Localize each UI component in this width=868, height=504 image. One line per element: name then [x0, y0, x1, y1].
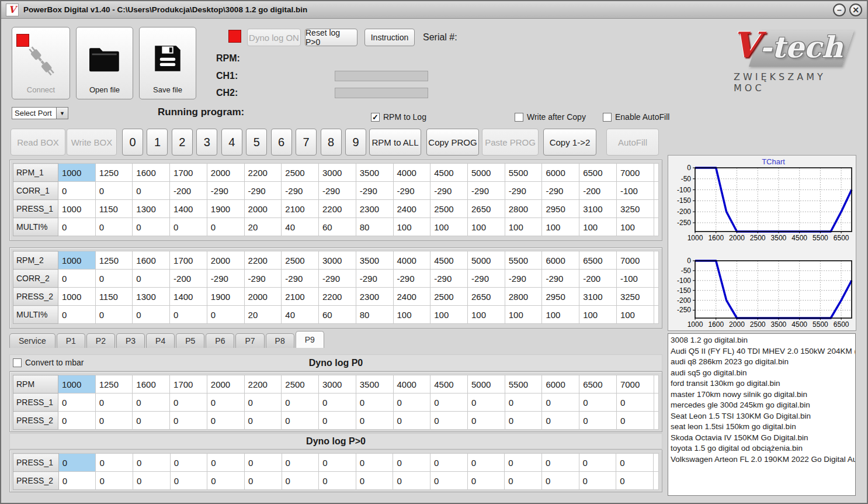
grid-cell[interactable]: 3000	[319, 251, 356, 270]
grid-cell[interactable]: 6000	[542, 251, 579, 270]
checkbox-box[interactable]	[603, 113, 612, 122]
grid-cell[interactable]: -290	[207, 182, 244, 200]
grid-cell[interactable]: 0	[58, 412, 95, 430]
file-list-item[interactable]: toyota 1.5 go digital od obciążenia.bin	[671, 443, 855, 454]
grid-cell[interactable]: -290	[282, 270, 319, 288]
grid-cell[interactable]: 0	[467, 454, 505, 472]
grid-cell[interactable]: 2200	[244, 251, 282, 270]
grid-cell[interactable]: 3500	[356, 251, 393, 270]
grid-cell[interactable]: 1600	[133, 164, 170, 182]
grid-cell[interactable]: 0	[58, 218, 95, 236]
grid-cell[interactable]: 2950	[542, 288, 579, 306]
grid-cell[interactable]: 0	[207, 412, 244, 430]
grid-cell[interactable]: 100	[393, 218, 430, 236]
program-button-3[interactable]: 3	[196, 129, 217, 156]
grid-cell[interactable]: 6000	[542, 375, 579, 393]
grid-cell[interactable]: 0	[244, 472, 282, 490]
grid-cell[interactable]: 2500	[282, 164, 319, 182]
title-bar[interactable]: V PowerBox Digital v1.40 - C:\Users\Prod…	[1, 1, 867, 19]
grid-cell[interactable]: -100	[616, 182, 654, 200]
grid-cell[interactable]: 1400	[170, 200, 207, 218]
grid-cell[interactable]: -290	[393, 270, 430, 288]
checkbox-box[interactable]	[515, 113, 523, 122]
grid-cell[interactable]: 20	[244, 218, 282, 236]
grid-cell[interactable]: 0	[356, 472, 393, 490]
grid-cell[interactable]: 7000	[616, 164, 654, 182]
save-file-button[interactable]: Save file	[139, 27, 196, 99]
grid-cell[interactable]: -290	[542, 270, 579, 288]
checkbox-box[interactable]: ✓	[371, 113, 380, 122]
grid-cell[interactable]: 1300	[133, 288, 170, 306]
grid-cell[interactable]: 0	[58, 270, 95, 288]
grid-cell[interactable]: 60	[319, 218, 356, 236]
grid-cell[interactable]: -200	[170, 270, 207, 288]
grid-cell[interactable]: 0	[356, 454, 393, 472]
grid-cell[interactable]: 2800	[505, 288, 542, 306]
grid-cell[interactable]: 2200	[319, 200, 356, 218]
open-file-button[interactable]: Open file	[76, 27, 133, 99]
grid-cell[interactable]: 5000	[467, 251, 505, 270]
grid-cell[interactable]: 2000	[207, 375, 244, 393]
grid-cell[interactable]: 0	[133, 393, 170, 412]
grid-cell[interactable]: 2300	[356, 200, 393, 218]
grid-cell[interactable]: -290	[542, 182, 579, 200]
grid-cell[interactable]: -290	[393, 182, 430, 200]
grid-cell[interactable]: 4500	[430, 375, 468, 393]
grid-cell[interactable]: 0	[207, 306, 244, 324]
grid-cell[interactable]: -290	[356, 182, 393, 200]
grid-cell[interactable]: 2650	[467, 288, 505, 306]
reset-log-button[interactable]: Reset log P>0	[305, 29, 357, 46]
grid-cell[interactable]: 0	[244, 412, 282, 430]
grid-cell[interactable]: 1250	[95, 164, 133, 182]
grid-cell[interactable]: 2000	[244, 200, 282, 218]
grid-cell[interactable]: 2500	[430, 288, 468, 306]
grid-cell[interactable]: 0	[319, 412, 356, 430]
convert-to-mbar-checkbox[interactable]: Convert to mbar	[13, 358, 84, 367]
grid-cell[interactable]: 0	[505, 472, 542, 490]
grid-cell[interactable]: 0	[133, 306, 170, 324]
write-after-copy-checkbox[interactable]: Write after Copy	[515, 112, 586, 122]
grid-cell[interactable]: 0	[58, 393, 95, 412]
grid-cell[interactable]: 3100	[579, 288, 617, 306]
program-button-2[interactable]: 2	[172, 129, 193, 156]
grid-cell[interactable]: 0	[393, 393, 430, 412]
tab-p2[interactable]: P2	[86, 333, 115, 348]
grid-cell[interactable]: 0	[542, 393, 579, 412]
grid-cell[interactable]: 0	[207, 218, 244, 236]
grid-cell[interactable]: 100	[616, 218, 654, 236]
grid-cell[interactable]: 100	[542, 306, 579, 324]
grid-cell[interactable]: 5000	[467, 375, 505, 393]
grid-cell[interactable]: 0	[616, 412, 654, 430]
grid-cell[interactable]: 0	[170, 412, 207, 430]
grid-cell[interactable]: 1250	[95, 375, 133, 393]
grid-cell[interactable]: 3250	[616, 200, 654, 218]
grid-cell[interactable]: 0	[430, 454, 468, 472]
grid-cell[interactable]: 1000	[58, 200, 95, 218]
program-button-0[interactable]: 0	[122, 129, 143, 156]
grid-cell[interactable]: 6500	[579, 251, 617, 270]
grid-cell[interactable]: 2000	[207, 164, 244, 182]
program-button-4[interactable]: 4	[221, 129, 242, 156]
grid-cell[interactable]: 0	[58, 472, 96, 490]
grid-cell[interactable]: 0	[319, 393, 356, 412]
grid-cell[interactable]: 0	[430, 472, 468, 490]
grid-cell[interactable]: 4500	[430, 164, 468, 182]
grid-cell[interactable]: 2650	[467, 200, 505, 218]
grid-cell[interactable]: 0	[467, 412, 505, 430]
grid-cell[interactable]: 1900	[207, 288, 244, 306]
grid-cell[interactable]: 3500	[356, 164, 393, 182]
grid-cell[interactable]: 0	[542, 412, 579, 430]
file-list-item[interactable]: audi q8 286km 2023 go digital.bin	[671, 357, 855, 368]
grid-cell[interactable]: 0	[282, 412, 319, 430]
grid-cell[interactable]: 0	[579, 472, 616, 490]
grid-cell[interactable]: -290	[430, 270, 468, 288]
grid-cell[interactable]: 0	[579, 412, 617, 430]
grid-cell[interactable]: 0	[95, 306, 133, 324]
grid-cell[interactable]: 1700	[170, 251, 207, 270]
grid-cell[interactable]: 6500	[579, 375, 617, 393]
grid-cell[interactable]: 0	[133, 182, 170, 200]
tab-p1[interactable]: P1	[57, 333, 85, 348]
grid-cell[interactable]: 0	[616, 454, 654, 472]
file-list-item[interactable]: ford transit 130km go digital.bin	[671, 378, 855, 389]
grid-cell[interactable]: 1150	[95, 288, 133, 306]
